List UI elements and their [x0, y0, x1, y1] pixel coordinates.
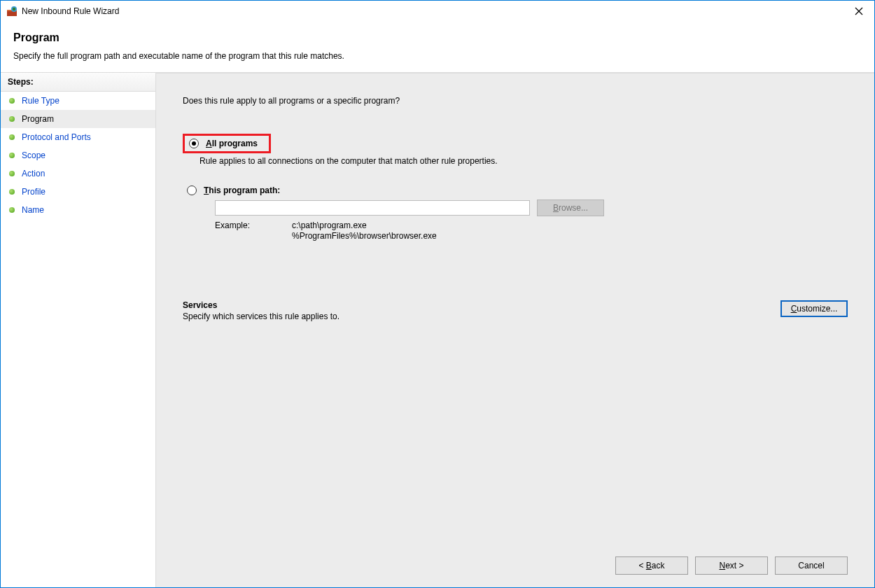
window-title: New Inbound Rule Wizard [22, 6, 843, 16]
step-label: Rule Type [22, 96, 59, 106]
step-label: Action [22, 169, 45, 178]
bullet-icon [9, 134, 15, 140]
bullet-icon [9, 189, 15, 195]
prompt-text: Does this rule apply to all programs or … [183, 96, 848, 106]
cancel-button[interactable]: Cancel [775, 556, 848, 575]
option-all-label: All programs [206, 139, 258, 148]
program-path-input[interactable] [215, 200, 530, 216]
bullet-icon [9, 207, 15, 213]
example-line1: c:\path\program.exe [292, 220, 437, 231]
bullet-icon [9, 98, 15, 104]
bullet-icon [9, 171, 15, 176]
wizard-window: New Inbound Rule Wizard Program Specify … [0, 0, 875, 588]
page-description: Specify the full program path and execut… [13, 51, 862, 61]
step-action[interactable]: Action [1, 164, 155, 183]
back-button[interactable]: < Back [615, 556, 688, 575]
close-button[interactable] [843, 1, 874, 22]
bullet-icon [9, 153, 15, 158]
step-program[interactable]: Program [1, 110, 155, 128]
footer-buttons: < Back Next > Cancel [183, 550, 848, 575]
example-line2: %ProgramFiles%\browser\browser.exe [292, 231, 437, 241]
steps-sidebar: Steps: Rule Type Program Protocol and Po… [1, 73, 156, 587]
radio-this-program-path[interactable] [187, 186, 197, 195]
step-rule-type[interactable]: Rule Type [1, 92, 155, 110]
step-label: Profile [22, 187, 46, 197]
option-path-label: This program path: [204, 186, 280, 195]
steps-heading: Steps: [1, 73, 155, 92]
svg-point-3 [13, 8, 15, 10]
step-protocol-and-ports[interactable]: Protocol and Ports [1, 128, 155, 146]
services-description: Specify which services this rule applies… [183, 312, 780, 321]
step-scope[interactable]: Scope [1, 146, 155, 164]
step-name[interactable]: Name [1, 201, 155, 219]
main-panel: Does this rule apply to all programs or … [156, 73, 874, 587]
step-label: Scope [22, 150, 46, 160]
customize-button[interactable]: Customize... [780, 300, 848, 317]
next-button[interactable]: Next > [695, 556, 768, 575]
option-all-description: Rule applies to all connections on the c… [200, 156, 848, 166]
header: Program Specify the full program path an… [1, 22, 874, 73]
example-block: Example: c:\path\program.exe %ProgramFil… [215, 220, 848, 241]
step-label: Protocol and Ports [22, 132, 91, 142]
page-title: Program [13, 31, 862, 44]
bullet-icon [9, 116, 15, 122]
services-section: Services Specify which services this rul… [183, 300, 848, 321]
option-all-programs: All programs Rule applies to all connect… [183, 134, 848, 166]
services-heading: Services [183, 300, 780, 310]
step-label: Name [22, 205, 44, 215]
firewall-icon [6, 6, 18, 17]
steps-list: Rule Type Program Protocol and Ports Sco… [1, 92, 155, 219]
titlebar: New Inbound Rule Wizard [1, 1, 874, 22]
radio-all-programs[interactable] [189, 139, 199, 148]
body: Steps: Rule Type Program Protocol and Po… [1, 73, 874, 587]
option-this-program-path: This program path: Browse... Example: c:… [183, 186, 848, 241]
highlight-annotation: All programs [183, 134, 271, 153]
example-label: Example: [215, 220, 292, 241]
step-label: Program [22, 114, 54, 124]
browse-button: Browse... [537, 200, 604, 216]
step-profile[interactable]: Profile [1, 183, 155, 201]
